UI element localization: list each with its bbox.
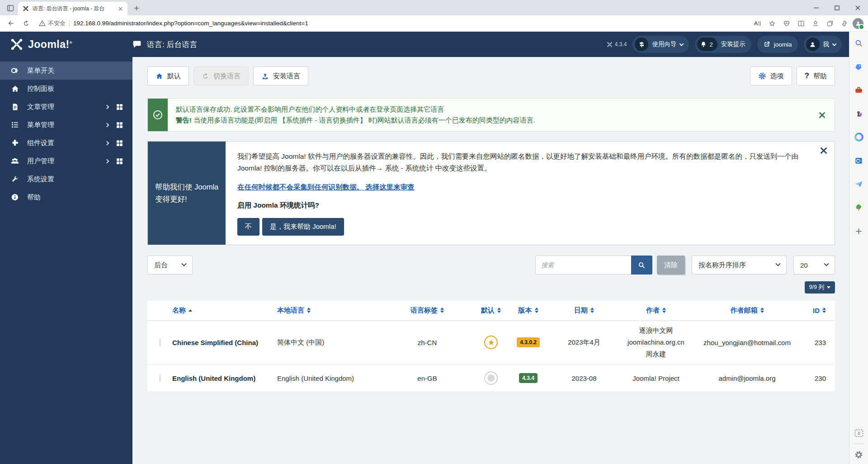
sort-icon xyxy=(307,308,311,313)
url-text: 192.168.0.99/administrator/index.php?opt… xyxy=(73,20,308,27)
grid-icon[interactable] xyxy=(116,157,123,165)
row-radio[interactable] xyxy=(160,338,160,347)
row-radio[interactable] xyxy=(160,374,160,383)
url-field[interactable]: 不安全 192.168.0.99/administrator/index.php… xyxy=(39,19,749,28)
user-menu-button[interactable]: 我 xyxy=(804,36,842,53)
grid-icon[interactable] xyxy=(116,139,123,147)
stats-review-link[interactable]: 在任何时候都不会采集到任何识别数据。 选择这里来审查 xyxy=(237,183,415,192)
refresh-icon[interactable] xyxy=(20,17,33,30)
profile-avatar[interactable] xyxy=(853,18,863,29)
version-badge: 4.3.0.2 xyxy=(517,337,540,347)
grid-icon[interactable] xyxy=(116,121,123,129)
info-icon xyxy=(10,193,20,201)
header-author[interactable]: 作者 xyxy=(623,301,689,320)
view-site-button[interactable]: joomla xyxy=(757,36,798,53)
version-badge: 4.3.4 xyxy=(519,373,538,383)
table-row: English (United Kingdom) English (United… xyxy=(147,365,835,392)
new-tab-button[interactable] xyxy=(130,2,143,14)
sidebar-item-menu-toggle[interactable]: 菜单开关 xyxy=(0,62,132,80)
header-id[interactable]: ID xyxy=(805,301,835,320)
page-size-select[interactable]: 20 xyxy=(793,256,835,275)
help-button[interactable]: ? 帮助 xyxy=(797,66,835,85)
browser-essentials-icon[interactable] xyxy=(780,17,793,30)
back-icon[interactable] xyxy=(5,17,17,30)
columns-toggle-button[interactable]: 9/9 列 xyxy=(805,281,835,294)
stats-close-icon[interactable] xyxy=(820,147,827,154)
switch-language-button[interactable]: 切换语言 xyxy=(193,66,249,85)
header-email[interactable]: 作者邮箱 xyxy=(689,301,805,320)
shopping-icon[interactable] xyxy=(854,62,864,71)
header-default[interactable]: 默认 xyxy=(471,301,511,320)
read-aloud-icon[interactable]: A xyxy=(751,17,764,30)
stats-no-button[interactable]: 不 xyxy=(237,218,259,236)
caret-down-icon xyxy=(827,286,830,289)
toolbox-icon[interactable] xyxy=(854,85,864,95)
header-date[interactable]: 日期 xyxy=(545,301,623,320)
search-button[interactable] xyxy=(631,256,652,275)
sidebar-item-menus[interactable]: 菜单管理 xyxy=(0,116,132,134)
games-icon[interactable] xyxy=(854,109,864,118)
client-select[interactable]: 后台 xyxy=(147,256,193,275)
address-bar: 不安全 192.168.0.99/administrator/index.php… xyxy=(0,15,868,32)
screenshot-icon[interactable] xyxy=(854,428,864,438)
default-language-star-button[interactable] xyxy=(484,336,498,349)
tab-close-icon[interactable] xyxy=(117,5,124,12)
search-input[interactable] xyxy=(535,256,631,275)
sidebar-item-system[interactable]: 系统设置 xyxy=(0,170,132,188)
stats-body-text: 我们希望提高 Joomla! 软件与用户的服务器设置的兼容性。因此，我们需要来自… xyxy=(237,151,823,174)
divider xyxy=(69,20,70,27)
header-native[interactable]: 本地语言 xyxy=(277,301,384,320)
table-header-row: 名称 本地语言 语言标签 默认 版本 日期 作者 作者邮箱 ID xyxy=(147,301,835,320)
sort-select[interactable]: 按名称升序排序 xyxy=(692,256,787,275)
favorites-bar-icon[interactable] xyxy=(809,17,822,30)
star-icon xyxy=(487,339,495,346)
language-tag: en-GB xyxy=(384,365,471,392)
set-default-button[interactable] xyxy=(484,371,498,385)
alert-close-icon[interactable] xyxy=(810,112,835,118)
stats-yes-button[interactable]: 是，我来帮助 Joomla! xyxy=(262,218,344,236)
install-language-button[interactable]: 安装语言 xyxy=(253,66,308,85)
tree-icon[interactable] xyxy=(854,203,864,213)
joomla-logo[interactable]: Joomla!® xyxy=(0,32,132,57)
guided-tour-button[interactable]: 使用向导 xyxy=(632,36,689,53)
outlook-icon[interactable] xyxy=(854,156,864,166)
success-alert: 默认语言保存成功. 此设置不会影响用户在他们的个人资料中或者在登录页面选择其它语… xyxy=(147,98,835,132)
close-window-button[interactable] xyxy=(847,0,868,15)
options-button[interactable]: 选项 xyxy=(750,66,792,85)
split-screen-icon[interactable] xyxy=(795,17,807,30)
sidebar-item-components[interactable]: 组件设置 xyxy=(0,134,132,152)
add-panel-icon[interactable] xyxy=(854,226,864,236)
header-name[interactable]: 名称 xyxy=(172,301,277,320)
notifications-button[interactable]: 2 安装提示 xyxy=(695,36,751,53)
sidebar-item-content[interactable]: 文章管理 xyxy=(0,98,132,116)
browser-tab[interactable]: 语言: 后台语言 - joomla - 后台 xyxy=(18,2,127,15)
sidebar-item-help[interactable]: 帮助 xyxy=(0,188,132,206)
maximize-button[interactable] xyxy=(826,0,847,15)
admin-header: Joomla!® 语言: 后台语言 4.3.4 使用向导 2 xyxy=(0,32,849,57)
copilot-icon[interactable] xyxy=(854,132,864,142)
sidebar-item-users[interactable]: 用户管理 xyxy=(0,152,132,170)
question-icon: ? xyxy=(805,71,809,80)
tab-workspaces-icon[interactable] xyxy=(4,2,17,14)
clear-button[interactable]: 清除 xyxy=(657,256,685,275)
minimize-button[interactable] xyxy=(806,0,826,15)
header-version[interactable]: 版本 xyxy=(511,301,545,320)
main-content: 默认 切换语言 安装语言 选项 ? 帮助 xyxy=(132,57,850,464)
joomla-logo-icon xyxy=(10,38,24,51)
drop-icon[interactable] xyxy=(854,179,864,189)
version-label: 4.3.4 xyxy=(607,41,627,47)
upload-icon xyxy=(261,72,269,80)
default-button[interactable]: 默认 xyxy=(147,66,189,85)
sidebar-item-dashboard[interactable]: 控制面板 xyxy=(0,80,132,98)
site-security[interactable]: 不安全 xyxy=(39,19,66,28)
language-id: 233 xyxy=(805,320,835,365)
extensions-icon[interactable] xyxy=(838,17,851,30)
grid-icon[interactable] xyxy=(116,103,123,111)
favorite-star-icon[interactable] xyxy=(766,17,778,30)
settings-icon[interactable] xyxy=(854,450,864,459)
search-icon[interactable] xyxy=(854,38,864,48)
header-tag[interactable]: 语言标签 xyxy=(384,301,471,320)
stats-question: 启用 Joomla 环境统计吗? xyxy=(237,201,823,210)
window-controls xyxy=(806,0,868,15)
collections-icon[interactable] xyxy=(824,17,836,30)
